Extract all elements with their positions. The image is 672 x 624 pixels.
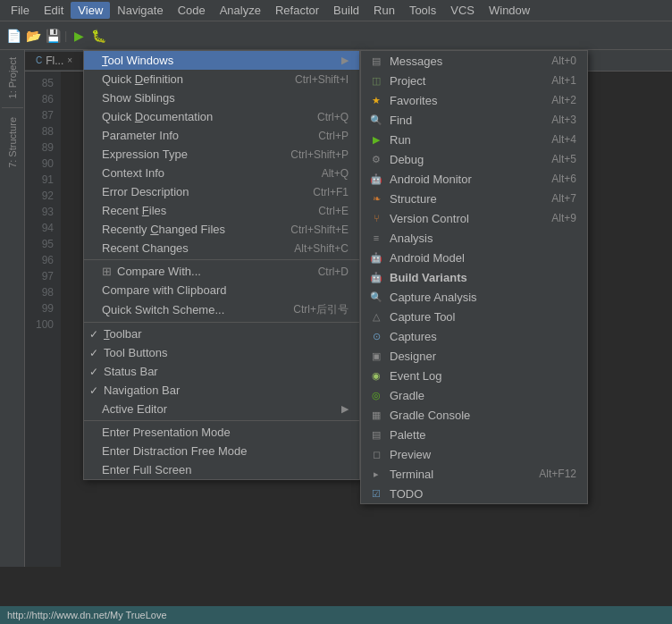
menu-item-active-editor[interactable]: Active Editor ▶: [84, 400, 359, 418]
analysis-icon: ≡: [368, 231, 384, 245]
menu-item-tool-buttons[interactable]: ✓ Tool Buttons: [84, 343, 359, 362]
sidebar-tab-project[interactable]: 1: Project: [5, 50, 20, 105]
menu-tools[interactable]: Tools: [402, 2, 443, 19]
menu-refactor[interactable]: Refactor: [268, 2, 326, 19]
menu-separator-2: [84, 322, 359, 323]
line-number: 90: [25, 156, 54, 172]
submenu-item-event-log[interactable]: ◉ Event Log: [361, 366, 587, 385]
menu-edit[interactable]: Edit: [37, 2, 71, 19]
debug-icon[interactable]: 🐛: [88, 26, 108, 46]
submenu-item-run[interactable]: ▶ Run Alt+4: [361, 130, 587, 149]
view-menu-dropdown: Tool Windows ▶ Quick Definition Ctrl+Shi…: [83, 50, 360, 480]
left-sidebar: 1: Project 7: Structure: [0, 50, 25, 567]
submenu-item-android-monitor[interactable]: 🤖 Android Monitor Alt+6: [361, 169, 587, 189]
favorites-icon: ★: [368, 93, 384, 107]
submenu-item-preview[interactable]: ◻ Preview: [361, 444, 587, 464]
submenu-item-favorites[interactable]: ★ Favorites Alt+2: [361, 90, 587, 110]
menu-item-distraction-free[interactable]: Enter Distraction Free Mode: [84, 442, 359, 460]
tool-windows-submenu: ▤ Messages Alt+0 ◫ Project Alt+1 ★ Favor…: [360, 50, 588, 504]
line-number: 97: [25, 268, 54, 284]
menu-item-navigation-bar[interactable]: ✓ Navigation Bar: [84, 381, 359, 400]
menu-item-quick-documentation[interactable]: Quick Documentation Ctrl+Q: [84, 107, 359, 126]
menu-item-quick-switch-scheme[interactable]: Quick Switch Scheme... Ctrl+后引号: [84, 299, 359, 320]
line-number: 96: [25, 252, 54, 268]
menu-item-toolbar[interactable]: ✓ Toolbar: [84, 325, 359, 343]
menu-item-full-screen[interactable]: Enter Full Screen: [84, 460, 359, 479]
status-bar: http:// http://www.dn.net/My TrueLove: [0, 606, 672, 624]
menu-item-parameter-info[interactable]: Parameter Info Ctrl+P: [84, 126, 359, 145]
submenu-item-debug[interactable]: ⚙ Debug Alt+5: [361, 149, 587, 169]
run-icon[interactable]: ▶: [69, 26, 88, 46]
menu-analyze[interactable]: Analyze: [213, 2, 268, 19]
menu-vcs[interactable]: VCS: [443, 2, 482, 19]
submenu-item-project[interactable]: ◫ Project Alt+1: [361, 71, 587, 90]
line-number: 92: [25, 188, 54, 204]
event-log-icon: ◉: [368, 368, 384, 383]
menu-item-context-info[interactable]: Context Info Alt+Q: [84, 164, 359, 182]
submenu-item-palette[interactable]: ▤ Palette: [361, 425, 587, 444]
save-icon[interactable]: 💾: [43, 26, 63, 46]
captures-icon: ⊙: [368, 329, 384, 343]
submenu-item-gradle-console[interactable]: ▦ Gradle Console: [361, 405, 587, 425]
menu-item-recent-changes[interactable]: Recent Changes Alt+Shift+C: [84, 239, 359, 257]
menu-item-compare-clipboard[interactable]: Compare with Clipboard: [84, 281, 359, 299]
submenu-item-todo[interactable]: ☑ TODO: [361, 484, 587, 503]
submenu-item-find[interactable]: 🔍 Find Alt+3: [361, 110, 587, 130]
menu-window[interactable]: Window: [482, 2, 537, 19]
submenu-item-gradle[interactable]: ◎ Gradle: [361, 385, 587, 405]
line-number: 95: [25, 236, 54, 252]
capture-tool-icon: △: [368, 309, 384, 324]
menu-item-recent-files[interactable]: Recent Files Ctrl+E: [84, 201, 359, 220]
submenu-arrow-icon: ▶: [341, 55, 349, 66]
submenu-item-capture-analysis[interactable]: 🔍 Capture Analysis: [361, 287, 587, 307]
menu-item-expression-type[interactable]: Expression Type Ctrl+Shift+P: [84, 145, 359, 164]
gradle-icon: ◎: [368, 388, 384, 402]
menu-item-recently-changed-files[interactable]: Recently Changed Files Ctrl+Shift+E: [84, 220, 359, 239]
editor-tab[interactable]: C Fl... ×: [25, 52, 84, 70]
menu-separator-3: [84, 420, 359, 421]
project-icon: ◫: [368, 73, 384, 88]
debug-icon: ⚙: [368, 152, 384, 166]
menu-code[interactable]: Code: [171, 2, 213, 19]
submenu-item-build-variants[interactable]: 🤖 Build Variants: [361, 267, 587, 287]
menu-view[interactable]: View: [71, 2, 110, 19]
preview-icon: ◻: [368, 447, 384, 461]
menu-item-presentation-mode[interactable]: Enter Presentation Mode: [84, 423, 359, 442]
menu-file[interactable]: File: [4, 2, 37, 19]
submenu-item-capture-tool[interactable]: △ Capture Tool: [361, 307, 587, 326]
close-tab-icon[interactable]: ×: [67, 55, 72, 65]
compare-icon: ⊞: [102, 265, 112, 278]
menu-item-tool-windows[interactable]: Tool Windows ▶: [84, 51, 359, 70]
line-number: 86: [25, 91, 54, 107]
new-file-icon[interactable]: 📄: [4, 26, 23, 46]
check-icon: ✓: [89, 328, 102, 341]
menu-run[interactable]: Run: [366, 2, 402, 19]
menu-item-show-siblings[interactable]: Show Siblings: [84, 89, 359, 107]
submenu-item-designer[interactable]: ▣ Designer: [361, 346, 587, 366]
menu-item-status-bar[interactable]: ✓ Status Bar: [84, 362, 359, 381]
submenu-item-terminal[interactable]: ▸ Terminal Alt+F12: [361, 464, 587, 484]
line-number: 98: [25, 284, 54, 300]
line-number: 91: [25, 172, 54, 188]
submenu-item-analysis[interactable]: ≡ Analysis: [361, 228, 587, 248]
submenu-item-messages[interactable]: ▤ Messages Alt+0: [361, 51, 587, 71]
submenu-item-structure[interactable]: ❧ Structure Alt+7: [361, 189, 587, 208]
status-url-text: http://www.dn.net/My TrueLove: [32, 610, 167, 620]
menu-build[interactable]: Build: [326, 2, 366, 19]
menu-item-quick-definition[interactable]: Quick Definition Ctrl+Shift+I: [84, 70, 359, 89]
line-numbers: 85 86 87 88 89 90 91 92 93 94 95 96 97 9…: [25, 72, 61, 567]
menu-navigate[interactable]: Navigate: [110, 2, 170, 19]
submenu-item-android-model[interactable]: 🤖 Android Model: [361, 248, 587, 267]
palette-icon: ▤: [368, 427, 384, 442]
open-folder-icon[interactable]: 📂: [23, 26, 43, 46]
menu-item-compare-with[interactable]: ⊞ Compare With... Ctrl+D: [84, 262, 359, 281]
submenu-item-captures[interactable]: ⊙ Captures: [361, 326, 587, 346]
line-number: 88: [25, 123, 54, 139]
editor-area: C Fl... × 85 86 87 88 89 90 91 92 93 94 …: [25, 50, 672, 567]
check-icon-4: ✓: [89, 384, 102, 397]
version-control-icon: ⑂: [368, 211, 384, 225]
menu-item-error-description[interactable]: Error Description Ctrl+F1: [84, 182, 359, 201]
submenu-item-version-control[interactable]: ⑂ Version Control Alt+9: [361, 208, 587, 228]
sidebar-tab-structure[interactable]: 7: Structure: [5, 110, 20, 175]
find-icon: 🔍: [368, 113, 384, 127]
